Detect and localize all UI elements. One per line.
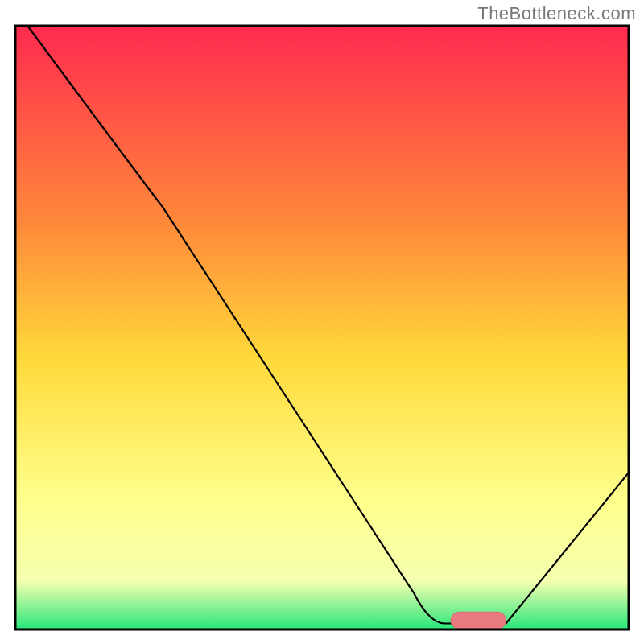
plot-background: [15, 26, 629, 630]
optimal-marker: [451, 612, 506, 629]
watermark-text: TheBottleneck.com: [477, 3, 636, 24]
chart-svg: [0, 0, 644, 644]
chart-container: TheBottleneck.com: [0, 0, 644, 644]
